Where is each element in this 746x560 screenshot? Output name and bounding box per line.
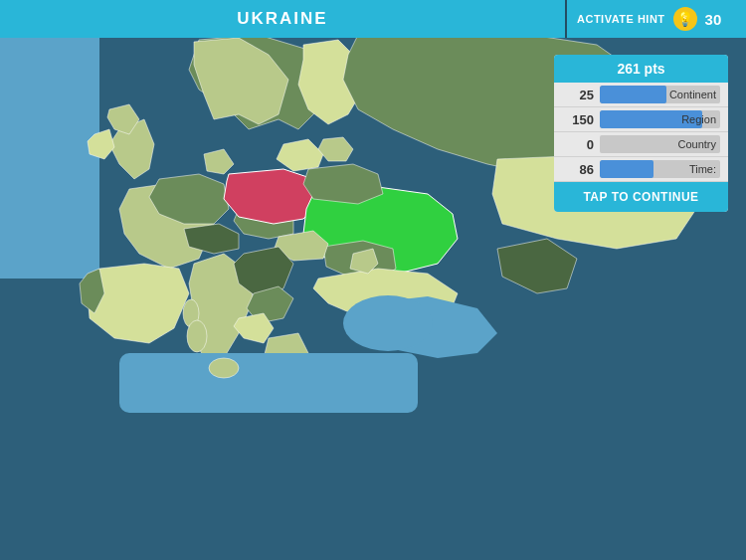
header: UKRAINE ACTIVATE HINT 💡 30 [0, 0, 746, 38]
svg-rect-1 [0, 0, 99, 279]
hint-bar: ACTIVATE HINT 💡 30 [567, 0, 746, 38]
time-label: Time: [689, 160, 716, 178]
country-points: 0 [562, 137, 594, 152]
region-label: Region [681, 110, 716, 128]
activate-hint-button[interactable]: ACTIVATE HINT [577, 13, 665, 25]
svg-point-33 [343, 295, 433, 351]
country-label: Country [677, 135, 716, 153]
country-title-bar: UKRAINE [0, 0, 565, 38]
time-bar-fill [600, 160, 653, 178]
score-row-region: 150 Region [554, 107, 728, 132]
svg-rect-34 [119, 353, 418, 413]
hint-bulb-icon: 💡 [673, 7, 697, 31]
poland-country[interactable] [224, 169, 318, 224]
region-points: 150 [562, 112, 594, 127]
country-title: UKRAINE [237, 9, 327, 29]
continent-label: Continent [669, 86, 716, 103]
time-bar: Time: [600, 160, 720, 178]
score-row-time: 86 Time: [554, 157, 728, 182]
country-bar: Country [600, 135, 720, 153]
score-row-country: 0 Country [554, 132, 728, 157]
region-bar: Region [600, 110, 720, 128]
svg-point-37 [209, 358, 239, 378]
continent-bar: Continent [600, 86, 720, 103]
score-total: 261 pts [554, 55, 728, 83]
hint-count: 30 [705, 11, 722, 28]
tap-continue-button[interactable]: TAP TO CONTINUE [554, 182, 728, 212]
score-panel: 261 pts 25 Continent 150 Region 0 Countr… [554, 55, 728, 212]
continent-points: 25 [562, 88, 594, 102]
score-row-continent: 25 Continent [554, 83, 728, 107]
svg-point-36 [187, 320, 207, 352]
time-points: 86 [562, 162, 594, 177]
continent-bar-fill [600, 86, 666, 103]
